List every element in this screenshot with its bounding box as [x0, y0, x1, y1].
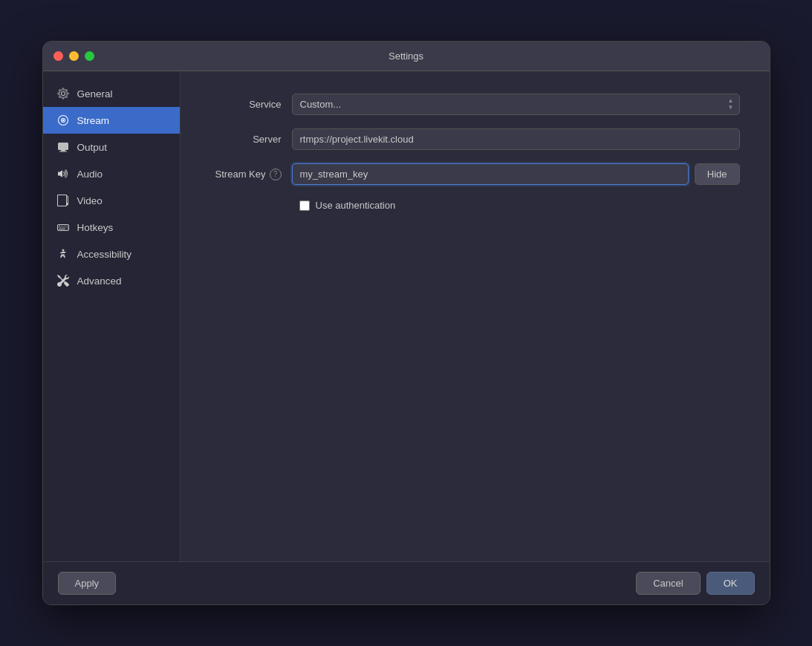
stream-key-label-group: Stream Key ? [210, 169, 282, 180]
sidebar-item-general-label: General [77, 88, 113, 99]
cancel-button[interactable]: Cancel [636, 572, 700, 595]
sidebar-item-advanced-label: Advanced [77, 275, 122, 287]
server-label: Server [210, 134, 292, 145]
sidebar-item-accessibility[interactable]: Accessibility [43, 241, 180, 267]
sidebar-item-output[interactable]: Output [43, 134, 180, 160]
svg-rect-3 [59, 151, 67, 152]
stream-key-group: Hide [292, 163, 740, 185]
use-auth-label[interactable]: Use authentication [316, 200, 396, 211]
wrench-icon [56, 274, 70, 287]
svg-rect-1 [58, 143, 68, 150]
sidebar-item-general[interactable]: General [43, 80, 180, 107]
output-icon [56, 140, 70, 154]
svg-rect-2 [61, 150, 65, 151]
maximize-button[interactable] [85, 51, 94, 61]
sidebar-item-hotkeys[interactable]: Hotkeys [43, 214, 180, 241]
server-row: Server [210, 128, 740, 150]
footer: Apply Cancel OK [43, 561, 770, 604]
use-auth-checkbox[interactable] [299, 200, 310, 211]
help-icon[interactable]: ? [270, 169, 282, 180]
close-button[interactable] [53, 51, 63, 61]
sidebar-item-video-label: Video [77, 195, 103, 206]
stream-key-row: Stream Key ? Hide [210, 163, 740, 185]
stream-key-label-wrapper: Stream Key ? [210, 169, 292, 180]
service-select-wrapper: Custom... Twitch YouTube Facebook Live ▲… [292, 94, 740, 115]
footer-left: Apply [58, 572, 117, 595]
sidebar-item-stream[interactable]: Stream [43, 107, 180, 134]
stream-key-label: Stream Key [215, 169, 266, 180]
sidebar-item-accessibility-label: Accessibility [77, 249, 132, 260]
stream-key-input[interactable] [292, 163, 689, 185]
main-content: Service Custom... Twitch YouTube Faceboo… [181, 71, 770, 561]
accessibility-icon [56, 247, 70, 261]
footer-right: Cancel OK [636, 572, 754, 595]
sidebar-item-output-label: Output [77, 142, 108, 153]
svg-point-0 [62, 120, 63, 121]
apply-button[interactable]: Apply [58, 572, 117, 595]
sidebar-item-stream-label: Stream [77, 115, 110, 126]
auth-row: Use authentication [299, 200, 740, 211]
sidebar: General Stream [43, 71, 181, 561]
stream-key-control: Hide [292, 163, 740, 185]
traffic-lights [53, 51, 94, 61]
sidebar-item-audio[interactable]: Audio [43, 160, 180, 187]
svg-point-4 [62, 249, 64, 252]
server-control [292, 128, 740, 150]
minimize-button[interactable] [69, 51, 79, 61]
sidebar-item-hotkeys-label: Hotkeys [77, 222, 114, 233]
service-select[interactable]: Custom... Twitch YouTube Facebook Live [292, 94, 740, 115]
gear-icon [56, 87, 70, 100]
service-control: Custom... Twitch YouTube Facebook Live ▲… [292, 94, 740, 115]
video-icon [56, 194, 70, 207]
hide-button[interactable]: Hide [695, 163, 740, 185]
titlebar: Settings [43, 42, 770, 71]
sidebar-item-advanced[interactable]: Advanced [43, 267, 180, 294]
sidebar-item-audio-label: Audio [77, 169, 103, 180]
sidebar-item-video[interactable]: Video [43, 187, 180, 214]
content-area: General Stream [43, 71, 770, 561]
settings-window: Settings General [42, 41, 770, 605]
service-row: Service Custom... Twitch YouTube Faceboo… [210, 94, 740, 115]
server-input[interactable] [292, 128, 740, 150]
ok-button[interactable]: OK [707, 572, 755, 595]
hotkeys-icon [56, 221, 70, 234]
stream-icon [56, 114, 70, 127]
audio-icon [56, 167, 70, 180]
service-label: Service [210, 99, 292, 110]
window-title: Settings [389, 50, 423, 62]
